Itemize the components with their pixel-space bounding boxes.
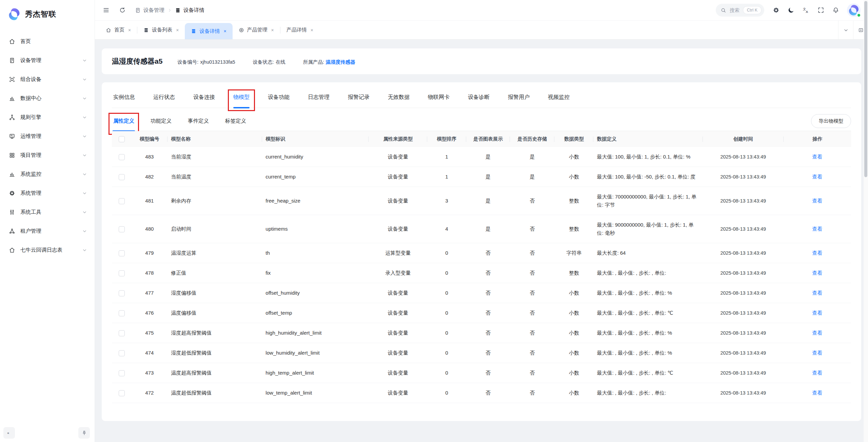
tab-1[interactable]: 设备列表×	[137, 21, 185, 39]
row-checkbox[interactable]	[119, 370, 125, 376]
detail-tab-设备连接[interactable]: 设备连接	[193, 92, 216, 108]
close-icon[interactable]: ×	[311, 28, 313, 33]
detail-tab-label: 物联网卡	[428, 94, 450, 100]
detail-tab-实例信息[interactable]: 实例信息	[113, 92, 136, 108]
sidebar-item-8[interactable]: 系统管理	[0, 184, 95, 203]
tab-0[interactable]: 首页×	[100, 21, 137, 39]
tab-options-button[interactable]	[838, 21, 853, 39]
cell-chart: 否	[466, 323, 510, 343]
detail-tab-物模型[interactable]: 物模型	[233, 92, 250, 108]
product-link[interactable]: 温湿度传感器	[326, 59, 355, 65]
column-header-chart: 是否图表展示	[466, 131, 510, 147]
detail-tab-物联网卡[interactable]: 物联网卡	[427, 92, 450, 108]
language-switch-button[interactable]: 文A	[800, 4, 812, 17]
detail-tab-无效数据[interactable]: 无效数据	[387, 92, 410, 108]
page-scrollbar[interactable]	[864, 0, 868, 442]
cell-definition: 最大长度: 64	[593, 243, 703, 263]
row-checkbox[interactable]	[119, 290, 125, 296]
row-checkbox[interactable]	[119, 154, 125, 160]
view-link[interactable]: 查看	[812, 174, 822, 180]
breadcrumb-device-detail[interactable]: 设备详情	[175, 7, 204, 14]
close-icon[interactable]: ×	[271, 28, 274, 33]
view-link[interactable]: 查看	[812, 198, 822, 204]
gear-icon	[773, 7, 780, 14]
detail-tab-日志管理[interactable]: 日志管理	[307, 92, 330, 108]
row-checkbox[interactable]	[119, 250, 125, 256]
hamburger-menu-button[interactable]	[100, 4, 113, 17]
select-all-checkbox[interactable]	[119, 136, 125, 142]
cell-action: 查看	[784, 383, 851, 403]
close-icon[interactable]: ×	[223, 29, 226, 34]
settings-button[interactable]	[770, 4, 783, 17]
sidebar-item-3[interactable]: 数据中心	[0, 89, 95, 108]
detail-tab-设备诊断[interactable]: 设备诊断	[467, 92, 490, 108]
row-checkbox[interactable]	[119, 198, 125, 204]
sub-tab-属性定义[interactable]: 属性定义	[113, 114, 135, 131]
close-icon[interactable]: ×	[128, 28, 131, 33]
column-header-action: 操作	[784, 131, 851, 147]
tab-2[interactable]: 设备详情×	[185, 23, 232, 39]
view-link[interactable]: 查看	[812, 154, 822, 160]
sub-tab-标签定义[interactable]: 标签定义	[224, 114, 247, 131]
view-link[interactable]: 查看	[812, 290, 822, 296]
cell-name: 当前温度	[167, 167, 262, 187]
cell-action: 查看	[784, 343, 851, 363]
cell-id: 473	[131, 363, 167, 383]
notifications-button[interactable]	[829, 4, 842, 17]
cell-history: 否	[510, 215, 554, 243]
sidebar-item-6[interactable]: 项目管理	[0, 146, 95, 165]
row-checkbox[interactable]	[119, 350, 125, 356]
sidebar-item-1[interactable]: 设备管理	[0, 51, 95, 70]
detail-tab-视频监控[interactable]: 视频监控	[547, 92, 570, 108]
sidebar-item-4[interactable]: 规则引擎	[0, 108, 95, 127]
cell-chart: 是	[466, 167, 510, 187]
sidebar-item-7[interactable]: 系统监控	[0, 165, 95, 184]
view-link[interactable]: 查看	[812, 310, 822, 316]
scrollbar-thumb[interactable]	[864, 1, 867, 177]
view-link[interactable]: 查看	[812, 226, 822, 232]
sub-tab-事件定义[interactable]: 事件定义	[187, 114, 210, 131]
tab-3[interactable]: 产品管理×	[233, 21, 280, 39]
sidebar-item-5[interactable]: 运维管理	[0, 127, 95, 146]
sidebar-item-0[interactable]: 首页	[0, 32, 95, 51]
view-link[interactable]: 查看	[812, 370, 822, 376]
sidebar-item-2[interactable]: 组合设备	[0, 70, 95, 89]
view-link[interactable]: 查看	[812, 350, 822, 356]
table-header-row: 模型编号模型名称模型标识属性来源类型模型排序是否图表展示是否历史存储数据类型数据…	[112, 131, 851, 147]
cell-definition: 最大值: , 最小值: , 步长: , 单位: %	[593, 323, 703, 343]
row-checkbox[interactable]	[119, 310, 125, 316]
sub-tab-功能定义[interactable]: 功能定义	[150, 114, 172, 131]
detail-tab-报警用户[interactable]: 报警用户	[507, 92, 530, 108]
row-checkbox[interactable]	[119, 226, 125, 232]
breadcrumb: 设备管理 设备详情	[135, 7, 204, 14]
sidebar-item-9[interactable]: 系统工具	[0, 203, 95, 222]
table-row: 481剩余内存free_heap_size设备变量3是否整数最大值: 70000…	[112, 187, 851, 215]
brand[interactable]: 秀杰智联	[0, 0, 95, 27]
collapse-sidebar-button[interactable]: «	[3, 427, 15, 439]
view-link[interactable]: 查看	[812, 330, 822, 336]
detail-tab-设备功能[interactable]: 设备功能	[267, 92, 290, 108]
search-input[interactable]: 搜索 Ctrl K	[716, 4, 764, 17]
view-link[interactable]: 查看	[812, 270, 822, 276]
detail-tab-运行状态[interactable]: 运行状态	[153, 92, 176, 108]
row-checkbox[interactable]	[119, 330, 125, 336]
detail-tab-报警记录[interactable]: 报警记录	[347, 92, 370, 108]
column-header-definition: 数据定义	[593, 131, 703, 147]
row-checkbox[interactable]	[119, 270, 125, 276]
breadcrumb-device-management[interactable]: 设备管理	[135, 7, 164, 14]
sidebar-item-11[interactable]: 七牛云回调日志表	[0, 240, 95, 259]
fullscreen-button[interactable]	[814, 4, 827, 17]
sidebar-item-10[interactable]: 租户管理	[0, 222, 95, 240]
tab-4[interactable]: 产品详情×	[280, 21, 319, 39]
row-checkbox[interactable]	[119, 390, 125, 396]
pin-sidebar-button[interactable]	[78, 427, 90, 439]
dark-mode-toggle[interactable]	[785, 4, 797, 17]
refresh-button[interactable]	[116, 4, 129, 17]
export-model-button[interactable]: 导出物模型	[811, 114, 851, 128]
avatar[interactable]	[847, 3, 861, 17]
chevron-down-icon	[82, 229, 87, 234]
close-icon[interactable]: ×	[176, 28, 179, 33]
view-link[interactable]: 查看	[812, 250, 822, 256]
view-link[interactable]: 查看	[812, 390, 822, 396]
row-checkbox[interactable]	[119, 174, 125, 180]
